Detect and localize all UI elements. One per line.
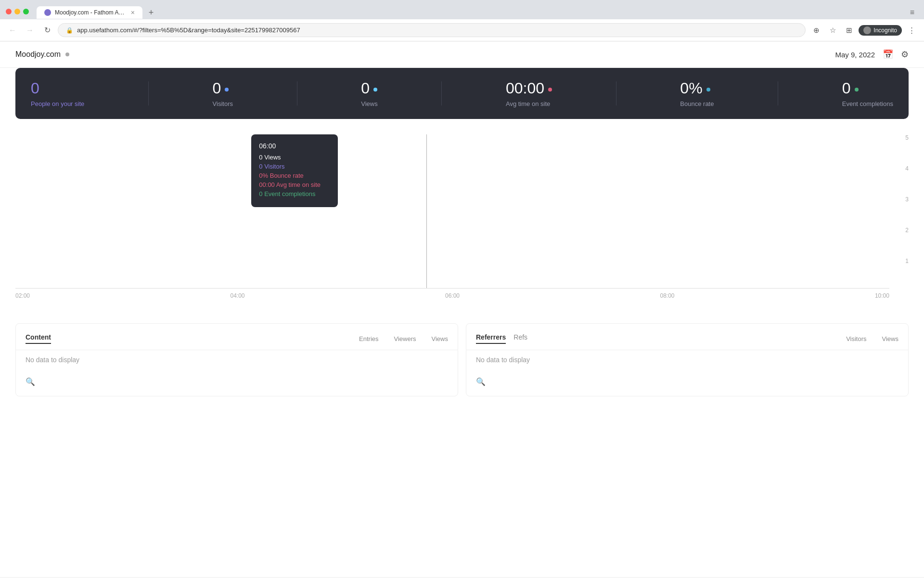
content-col-viewers: Viewers (394, 335, 416, 342)
site-selector[interactable]: Moodjoy.com (15, 50, 69, 59)
chart-x-labels: 02:00 04:00 06:00 08:00 10:00 (15, 289, 889, 299)
x-label-08: 08:00 (660, 292, 674, 299)
chart-cursor-line (426, 134, 427, 288)
minimize-window-button[interactable] (14, 9, 20, 14)
incognito-icon (863, 26, 871, 34)
visitors-value: 0 (213, 79, 221, 97)
content-col-entries: Entries (359, 335, 378, 342)
avg-time-dot (548, 88, 552, 92)
incognito-badge: Incognito (859, 25, 902, 36)
y-label-1: 1 (905, 258, 909, 264)
tabs-more-button[interactable]: ≡ (906, 6, 918, 19)
profile-button[interactable]: ⊞ (842, 24, 856, 37)
tab-title: Moodjoy.com - Fathom Analyti... (55, 9, 127, 16)
incognito-label: Incognito (873, 27, 897, 34)
stats-bar: 0 People on your site 0 Visitors 0 Views (15, 68, 909, 119)
referrers-col-visitors: Visitors (846, 335, 866, 342)
stat-event-completions: 0 Event completions (842, 79, 893, 107)
people-on-site-label: People on your site (31, 100, 84, 107)
event-completions-dot (855, 88, 859, 92)
avg-time-value: 00:00 (506, 79, 544, 97)
visitors-label: Visitors (213, 100, 233, 107)
close-window-button[interactable] (6, 9, 12, 14)
settings-icon[interactable]: ⚙ (901, 49, 909, 60)
chart-y-labels: 5 4 3 2 1 (894, 134, 909, 289)
tab-close-button[interactable]: × (131, 9, 135, 16)
stat-avg-time: 00:00 Avg time on site (506, 79, 552, 107)
forward-button[interactable]: → (23, 24, 37, 37)
views-value: 0 (361, 79, 370, 97)
address-text: app.usefathom.com/#/?filters=%5B%5D&rang… (77, 26, 300, 34)
x-label-10: 10:00 (875, 292, 889, 299)
back-button[interactable]: ← (6, 24, 19, 37)
x-label-06: 06:00 (445, 292, 460, 299)
bounce-rate-dot (706, 88, 710, 92)
new-tab-button[interactable]: + (144, 6, 158, 19)
content-col-views: Views (432, 335, 448, 342)
tooltip-visitors: 0 Visitors (259, 163, 330, 170)
stat-people-on-site: 0 People on your site (31, 79, 84, 107)
calendar-icon[interactable]: 📅 (883, 49, 893, 60)
menu-button[interactable]: ⋮ (905, 24, 918, 37)
people-on-site-value: 0 (31, 79, 39, 97)
content-no-data: No data to display (26, 350, 448, 369)
stat-divider-2 (297, 81, 297, 105)
referrers-col-views: Views (882, 335, 898, 342)
date-display: May 9, 2022 (835, 51, 875, 59)
y-label-5: 5 (905, 134, 909, 141)
active-tab[interactable]: Moodjoy.com - Fathom Analyti... × (37, 6, 142, 19)
x-label-04: 04:00 (230, 292, 244, 299)
tab-favicon (44, 9, 51, 16)
y-label-3: 3 (905, 196, 909, 203)
bounce-rate-value: 0% (680, 79, 702, 97)
tooltip-events: 0 Event completions (259, 190, 330, 197)
views-label: Views (361, 100, 377, 107)
tab-refs[interactable]: Refs (513, 333, 527, 344)
address-bar[interactable]: 🔒 app.usefathom.com/#/?filters=%5B%5D&ra… (58, 23, 806, 37)
event-completions-value: 0 (842, 79, 851, 97)
lock-icon: 🔒 (66, 27, 73, 34)
stat-views: 0 Views (361, 79, 377, 107)
chart-plot: 06:00 0 Views 0 Visitors 0% Bounce rate … (15, 134, 889, 289)
visitors-dot (225, 88, 229, 92)
chart-area: 5 4 3 2 1 06:00 0 Views 0 Visitors 0% Bo… (15, 119, 909, 308)
stat-divider-4 (616, 81, 616, 105)
reload-button[interactable]: ↻ (40, 24, 54, 37)
bounce-rate-label: Bounce rate (680, 100, 714, 107)
event-completions-label: Event completions (842, 100, 893, 107)
maximize-window-button[interactable] (23, 9, 29, 14)
tooltip-avg-time: 00:00 Avg time on site (259, 181, 330, 188)
stat-bounce-rate: 0% Bounce rate (680, 79, 714, 107)
tooltip-time: 06:00 (259, 142, 330, 150)
referrers-search-icon[interactable]: 🔍 (476, 377, 486, 386)
tab-referrers[interactable]: Referrers (476, 333, 506, 344)
tab-content[interactable]: Content (26, 333, 51, 344)
bookmark-button[interactable]: ☆ (826, 24, 839, 37)
header-right: May 9, 2022 📅 ⚙ (835, 49, 909, 60)
site-status-dot (65, 53, 69, 56)
avg-time-label: Avg time on site (506, 100, 550, 107)
stat-visitors: 0 Visitors (213, 79, 233, 107)
app-header: Moodjoy.com May 9, 2022 📅 ⚙ (0, 41, 924, 68)
x-label-02: 02:00 (15, 292, 30, 299)
site-name: Moodjoy.com (15, 50, 61, 59)
bottom-panels: Content Entries Viewers Views No data to… (15, 323, 909, 396)
stat-divider-3 (441, 81, 442, 105)
cast-button[interactable]: ⊕ (809, 24, 823, 37)
referrers-no-data: No data to display (476, 350, 898, 369)
views-dot (373, 88, 377, 92)
content-search-icon[interactable]: 🔍 (26, 377, 35, 386)
tooltip-views: 0 Views (259, 154, 330, 161)
tooltip-bounce-rate: 0% Bounce rate (259, 172, 330, 179)
chart-tooltip: 06:00 0 Views 0 Visitors 0% Bounce rate … (251, 134, 338, 207)
referrers-panel: Referrers Refs Visitors Views No data to… (466, 323, 909, 396)
stat-divider-1 (148, 81, 149, 105)
content-panel: Content Entries Viewers Views No data to… (15, 323, 458, 396)
y-label-4: 4 (905, 165, 909, 172)
stat-divider-5 (778, 81, 778, 105)
y-label-2: 2 (905, 227, 909, 234)
